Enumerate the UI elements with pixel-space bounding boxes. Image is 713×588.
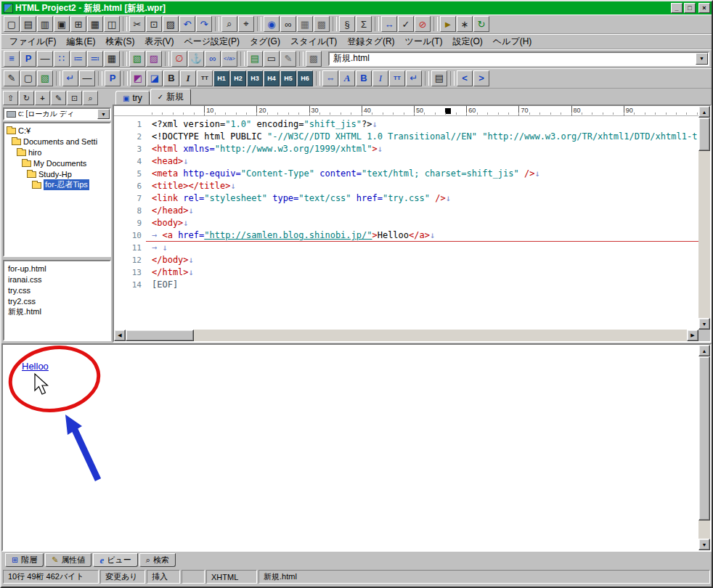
editor-horizontal-scrollbar[interactable]: ◀ ▶ — [114, 330, 698, 341]
save-all-icon[interactable]: ⊞ — [70, 16, 86, 32]
code-line-6[interactable]: 6<title></title>↓ — [114, 180, 698, 192]
scroll-right-icon[interactable]: ▶ — [687, 330, 698, 341]
insert-image-icon[interactable]: ▧ — [37, 70, 53, 86]
tree-item-study-hp[interactable]: Study-Hp — [4, 168, 110, 179]
save-file-icon[interactable]: ▣ — [54, 16, 70, 32]
scroll-down-icon[interactable]: ▼ — [698, 318, 710, 330]
special-char-icon[interactable]: § — [339, 16, 355, 32]
font-size-icon[interactable]: ◪ — [147, 70, 163, 86]
preview-vertical-scrollbar[interactable]: ▲ ▼ — [698, 345, 710, 550]
open-project-icon[interactable]: ▥ — [37, 16, 53, 32]
code-line-3[interactable]: 3<html xmlns="http://www.w3.org/1999/xht… — [114, 143, 698, 155]
anchor-icon[interactable]: ⚓ — [188, 51, 204, 67]
undo-icon[interactable]: ↶ — [179, 16, 195, 32]
file-item-shinki-html[interactable]: 新規.html — [4, 306, 110, 317]
combobox-dropdown-icon[interactable]: ▼ — [696, 53, 708, 65]
drive-dropdown-icon[interactable]: ▼ — [97, 109, 110, 119]
bottom-tab-search[interactable]: ⌕検索 — [139, 553, 176, 567]
h1-icon[interactable]: H1 — [213, 70, 229, 86]
copy-icon[interactable]: ⊡ — [146, 16, 162, 32]
h4-icon[interactable]: H4 — [264, 70, 280, 86]
p-tag-icon[interactable]: P — [105, 70, 121, 86]
layout-grid-icon[interactable]: ▩ — [306, 51, 322, 67]
menu-settings[interactable]: 設定(O) — [447, 34, 487, 49]
edit-disabled-icon[interactable]: ✎ — [280, 51, 296, 67]
code-line-13[interactable]: 13</html>↓ — [114, 266, 698, 279]
b-tag-icon[interactable]: B — [356, 70, 372, 86]
cut-icon[interactable]: ✂ — [129, 16, 145, 32]
bold-icon[interactable]: B — [163, 70, 179, 86]
code-line-12[interactable]: 12</body>↓ — [114, 254, 698, 266]
code-area[interactable]: 1<?xml version="1.0" encoding="shift_jis… — [114, 117, 698, 330]
file-item-try2-css[interactable]: try2.css — [4, 295, 110, 306]
picture-icon[interactable]: ▤ — [247, 51, 263, 67]
preview-scroll-down-icon[interactable]: ▼ — [698, 539, 710, 550]
file-item-try-css[interactable]: try.css — [4, 285, 110, 295]
table-icon[interactable]: ▦ — [104, 51, 120, 67]
code-line-9[interactable]: 9<body>↓ — [114, 217, 698, 229]
minimize-button[interactable]: _ — [671, 3, 683, 13]
preview-vscroll-thumb[interactable] — [698, 356, 710, 520]
image-map-icon[interactable]: ▨ — [146, 51, 162, 67]
h3-icon[interactable]: H3 — [247, 70, 263, 86]
sum-icon[interactable]: Σ — [356, 16, 372, 32]
code-line-7[interactable]: 7<link rel="stylesheet" type="text/css" … — [114, 192, 698, 205]
drive-combobox[interactable]: c: [ローカル ディ ▼ — [3, 107, 111, 121]
h5-icon[interactable]: H5 — [280, 70, 296, 86]
convert-icon[interactable]: ↔ — [381, 16, 397, 32]
code-line-4[interactable]: 4<head>↓ — [114, 155, 698, 168]
code-line-1[interactable]: 1<?xml version="1.0" encoding="shift_jis… — [114, 118, 698, 131]
i-tag-icon[interactable]: I — [372, 70, 388, 86]
open-file-icon[interactable]: ▤ — [20, 16, 36, 32]
tree-item-hiro[interactable]: hiro — [4, 147, 110, 158]
h2-icon[interactable]: H2 — [230, 70, 246, 86]
editor-tab-try[interactable]: ▣try — [115, 91, 150, 105]
paragraph-icon[interactable]: P — [20, 51, 36, 67]
code-line-5[interactable]: 5<meta http-equiv="Content-Type" content… — [114, 168, 698, 180]
menu-view[interactable]: 表示(V) — [139, 34, 179, 49]
bottom-tab-hierarchy[interactable]: ⊞階層 — [5, 553, 44, 567]
line-break-icon[interactable]: ↵ — [62, 70, 78, 86]
scroll-up-icon[interactable]: ▲ — [698, 106, 710, 118]
a-tag-icon[interactable]: A — [339, 70, 355, 86]
editor-vertical-scrollbar[interactable]: ▲ ▼ — [698, 106, 710, 330]
rename-icon[interactable]: ✎ — [51, 91, 66, 105]
maximize-button[interactable]: □ — [684, 3, 696, 13]
browser-preview-icon[interactable]: ◉ — [264, 16, 280, 32]
bullet-list-icon[interactable]: ∷ — [54, 51, 70, 67]
remove-link-icon[interactable]: ∅ — [171, 51, 187, 67]
horizontal-rule-icon[interactable]: — — [37, 51, 53, 67]
editor-tab-shinki[interactable]: ✓新規 — [150, 89, 191, 105]
print-preview-icon[interactable]: ◫ — [104, 16, 120, 32]
menu-style[interactable]: スタイル(T) — [285, 34, 342, 49]
menu-register-tag[interactable]: 登録タグ(R) — [342, 34, 399, 49]
code-line-11[interactable]: 11→ ↓ — [114, 242, 698, 254]
preview-scroll-up-icon[interactable]: ▲ — [698, 345, 710, 356]
hr-tag-icon[interactable]: — — [79, 70, 95, 86]
font-color-icon[interactable]: ◩ — [130, 70, 146, 86]
code-line-10[interactable]: 10→ <a href="http://samlen.blog.shinobi.… — [114, 229, 698, 242]
file-combobox[interactable]: 新規.html ▼ — [328, 52, 709, 66]
new-folder-icon[interactable]: + — [35, 91, 50, 105]
close-tag-icon[interactable]: </a> — [221, 51, 237, 67]
definition-list-icon[interactable]: ≕ — [87, 51, 103, 67]
new-file-icon[interactable]: ▢ — [4, 16, 20, 32]
tree-item-documents-and-settings[interactable]: Documents and Setti — [4, 136, 110, 147]
copy-file-icon[interactable]: ⊡ — [67, 91, 82, 105]
grid-view-icon[interactable]: ▩ — [314, 16, 330, 32]
tt-tag-icon[interactable]: TT — [389, 70, 405, 86]
menu-tool[interactable]: ツール(T) — [400, 34, 448, 49]
preview-hyperlink[interactable]: Helloo — [22, 361, 49, 372]
teletype-icon[interactable]: TT — [197, 70, 213, 86]
image-icon[interactable]: ▧ — [129, 51, 145, 67]
bottom-tab-view[interactable]: eビュー — [93, 553, 137, 567]
file-search-icon[interactable]: ⌕ — [83, 91, 98, 105]
table-insert-icon[interactable]: ▦ — [297, 16, 313, 32]
tree-item-for-ninja-tips[interactable]: for-忍者Tips — [4, 179, 110, 190]
page-icon[interactable]: ▢ — [20, 70, 36, 86]
replace-icon[interactable]: ⌖ — [238, 16, 254, 32]
redo-icon[interactable]: ↷ — [196, 16, 212, 32]
tools-icon[interactable]: ∗ — [457, 16, 473, 32]
menu-help[interactable]: ヘルプ(H) — [488, 34, 537, 49]
vscroll-thumb[interactable] — [698, 118, 710, 151]
